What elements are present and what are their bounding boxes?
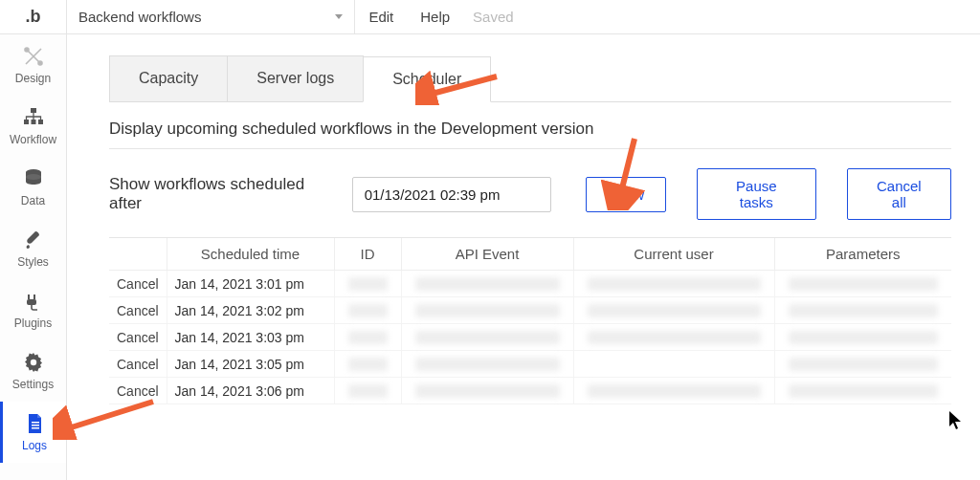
tab-server-logs[interactable]: Server logs xyxy=(227,55,364,101)
svg-rect-2 xyxy=(31,108,36,113)
cell-api-event xyxy=(401,271,573,297)
table-row: Cancel Jan 14, 2021 3:01 pm xyxy=(109,271,951,297)
cell-current-user xyxy=(573,324,774,351)
cancel-link[interactable]: Cancel xyxy=(109,324,167,351)
cell-parameters xyxy=(774,378,951,404)
cancel-link[interactable]: Cancel xyxy=(109,271,167,297)
page-dropdown[interactable]: Backend workflows xyxy=(67,0,355,34)
cell-parameters xyxy=(774,324,951,351)
svg-point-10 xyxy=(30,360,35,365)
logo-text: .b xyxy=(26,7,41,27)
cell-api-event xyxy=(401,351,573,378)
tab-capacity[interactable]: Capacity xyxy=(109,55,228,101)
top-bar: .b Backend workflows Edit Help Saved xyxy=(0,0,980,34)
pause-tasks-button[interactable]: Pause tasks xyxy=(697,168,816,220)
svg-rect-5 xyxy=(38,120,43,124)
menu-help[interactable]: Help xyxy=(407,0,463,34)
cell-time: Jan 14, 2021 3:01 pm xyxy=(167,271,334,297)
cell-id xyxy=(334,324,401,351)
cell-api-event xyxy=(401,324,573,351)
svg-point-0 xyxy=(25,48,29,52)
svg-rect-12 xyxy=(32,425,39,426)
sidebar-item-label: Design xyxy=(15,72,51,85)
controls-row: Show workflows scheduled after Show Paus… xyxy=(109,149,951,237)
tabs: Capacity Server logs Scheduler xyxy=(109,55,951,102)
sidebar-item-workflow[interactable]: Workflow xyxy=(0,96,66,157)
col-action xyxy=(109,238,167,271)
cell-id xyxy=(334,271,401,297)
cell-time: Jan 14, 2021 3:06 pm xyxy=(167,378,334,404)
col-current-user: Current user xyxy=(573,238,774,271)
date-input[interactable] xyxy=(352,177,552,212)
panel-description: Display upcoming scheduled workflows in … xyxy=(109,102,951,149)
sidebar-item-plugins[interactable]: Plugins xyxy=(0,279,66,340)
sidebar-item-label: Plugins xyxy=(14,316,52,330)
sidebar-item-label: Styles xyxy=(17,255,49,269)
table-row: Cancel Jan 14, 2021 3:03 pm xyxy=(109,324,951,351)
svg-rect-8 xyxy=(27,299,36,305)
cell-time: Jan 14, 2021 3:02 pm xyxy=(167,297,334,324)
filter-label: Show workflows scheduled after xyxy=(109,175,333,213)
show-button[interactable]: Show xyxy=(586,177,666,212)
cell-parameters xyxy=(774,351,951,378)
paintbrush-icon xyxy=(22,229,45,251)
svg-rect-13 xyxy=(32,427,39,429)
sidebar-item-settings[interactable]: Settings xyxy=(0,340,66,402)
sidebar-item-design[interactable]: Design xyxy=(0,34,66,96)
cell-current-user xyxy=(573,378,774,404)
svg-point-7 xyxy=(26,174,41,180)
scheduled-table: Scheduled time ID API Event Current user… xyxy=(109,237,951,404)
sidebar: Design Workflow Data Styles Plugins xyxy=(0,34,67,480)
sidebar-item-label: Logs xyxy=(22,439,47,452)
svg-point-1 xyxy=(38,61,42,65)
sidebar-item-label: Settings xyxy=(12,378,54,391)
cell-current-user xyxy=(573,271,774,297)
cell-id xyxy=(334,351,401,378)
sidebar-item-label: Workflow xyxy=(10,133,56,146)
save-status: Saved xyxy=(463,9,523,25)
plug-icon xyxy=(22,290,45,313)
database-icon xyxy=(22,167,45,190)
cell-current-user xyxy=(573,297,774,324)
sidebar-item-styles[interactable]: Styles xyxy=(0,218,66,279)
sitemap-icon xyxy=(22,106,45,129)
document-icon xyxy=(23,412,46,435)
sidebar-item-data[interactable]: Data xyxy=(0,157,66,218)
table-row: Cancel Jan 14, 2021 3:05 pm xyxy=(109,351,951,378)
cell-parameters xyxy=(774,271,951,297)
col-id: ID xyxy=(334,238,401,271)
tab-scheduler[interactable]: Scheduler xyxy=(363,56,491,102)
gear-icon xyxy=(22,351,45,374)
svg-rect-11 xyxy=(32,422,39,424)
table-header-row: Scheduled time ID API Event Current user… xyxy=(109,238,951,271)
table-row: Cancel Jan 14, 2021 3:02 pm xyxy=(109,297,951,324)
sidebar-item-label: Data xyxy=(21,194,45,207)
cell-parameters xyxy=(774,297,951,324)
cancel-link[interactable]: Cancel xyxy=(109,297,167,324)
cell-time: Jan 14, 2021 3:03 pm xyxy=(167,324,334,351)
cell-id xyxy=(334,378,401,404)
cell-api-event xyxy=(401,297,573,324)
cancel-link[interactable]: Cancel xyxy=(109,351,167,378)
cell-id xyxy=(334,297,401,324)
col-parameters: Parameters xyxy=(774,238,951,271)
menu-edit[interactable]: Edit xyxy=(355,0,407,34)
col-api-event: API Event xyxy=(401,238,573,271)
logo: .b xyxy=(0,0,67,34)
cancel-all-button[interactable]: Cancel all xyxy=(847,168,951,220)
cell-current-user xyxy=(573,351,774,378)
svg-rect-4 xyxy=(31,120,35,124)
table-row: Cancel Jan 14, 2021 3:06 pm xyxy=(109,378,951,404)
cell-api-event xyxy=(401,378,573,404)
col-scheduled-time: Scheduled time xyxy=(167,238,334,271)
page-dropdown-label: Backend workflows xyxy=(78,9,201,25)
cell-time: Jan 14, 2021 3:05 pm xyxy=(167,351,334,378)
cancel-link[interactable]: Cancel xyxy=(109,378,167,404)
svg-rect-3 xyxy=(24,120,29,124)
chevron-down-icon xyxy=(335,14,343,19)
crossed-tools-icon xyxy=(22,45,45,68)
main-panel: Capacity Server logs Scheduler Display u… xyxy=(67,34,980,480)
sidebar-item-logs[interactable]: Logs xyxy=(0,402,66,463)
